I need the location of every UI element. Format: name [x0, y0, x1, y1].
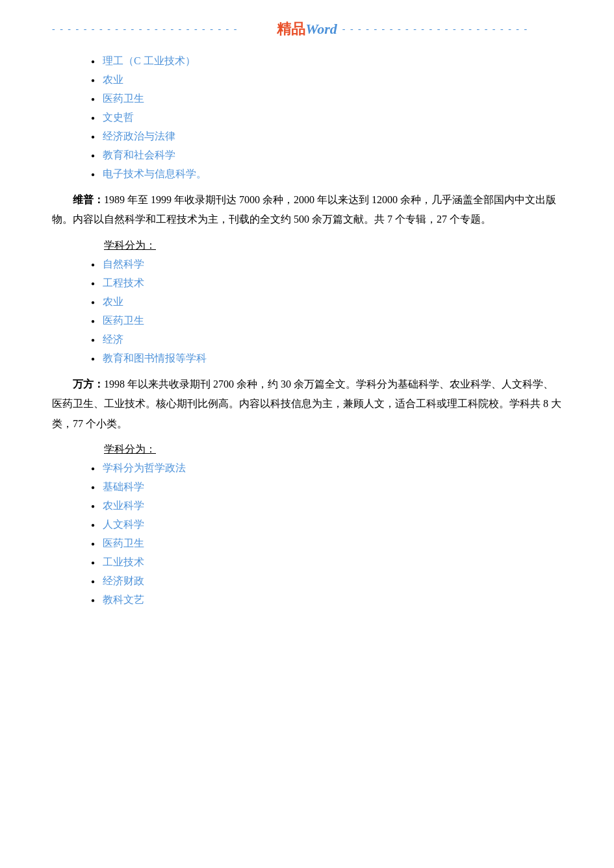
list-item: 农业	[91, 73, 562, 87]
list-item: 电子技术与信息科学。	[91, 167, 562, 181]
right-dashes: - - - - - - - - - - - - - - - - - - - - …	[342, 24, 562, 34]
list-item: 农业	[91, 295, 562, 309]
title-word: Word	[305, 21, 337, 37]
list-item: 基础科学	[91, 480, 562, 494]
list-item: 农业科学	[91, 499, 562, 513]
list-item: 教育和图书情报等学科	[91, 352, 562, 366]
header-title: 精品Word	[277, 19, 337, 39]
list-item: 工程技术	[91, 277, 562, 290]
wanfang-text: 1998 年以来共收录期刊 2700 余种，约 30 余万篇全文。学科分为基础科…	[52, 378, 561, 429]
list-item: 医药卫生	[91, 92, 562, 106]
header-banner: - - - - - - - - - - - - - - - - - - - - …	[52, 19, 562, 39]
list-item: 经济政治与法律	[91, 130, 562, 143]
list-item: 经济财政	[91, 575, 562, 588]
list-item: 学科分为哲学政法	[91, 462, 562, 475]
list-section-1: 理工（C 工业技术） 农业 医药卫生 文史哲 经济政治与法律 教育和社会科学 电…	[91, 55, 562, 181]
list-item: 医药卫生	[91, 314, 562, 328]
sub-label-2: 学科分为：	[104, 443, 562, 456]
list-item: 教科文艺	[91, 593, 562, 607]
list-item: 人文科学	[91, 518, 562, 532]
list-item: 文史哲	[91, 111, 562, 125]
list-item: 理工（C 工业技术）	[91, 55, 562, 68]
wanfang-label: 万方：	[73, 378, 104, 390]
weipu-text: 1989 年至 1999 年收录期刊达 7000 余种，2000 年以来达到 1…	[52, 194, 556, 225]
title-prefix: 精品	[277, 21, 305, 37]
list-item: 工业技术	[91, 556, 562, 569]
weipu-paragraph: 维普：1989 年至 1999 年收录期刊达 7000 余种，2000 年以来达…	[52, 190, 562, 230]
list-item: 教育和社会科学	[91, 149, 562, 162]
list-item: 医药卫生	[91, 537, 562, 551]
list-item: 经济	[91, 333, 562, 347]
list-item: 自然科学	[91, 258, 562, 271]
list-section-3: 学科分为哲学政法 基础科学 农业科学 人文科学 医药卫生 工业技术 经济财政 教…	[91, 462, 562, 607]
list-section-2: 自然科学 工程技术 农业 医药卫生 经济 教育和图书情报等学科	[91, 258, 562, 366]
wanfang-paragraph: 万方：1998 年以来共收录期刊 2700 余种，约 30 余万篇全文。学科分为…	[52, 375, 562, 434]
left-dashes: - - - - - - - - - - - - - - - - - - - - …	[52, 24, 272, 34]
weipu-label: 维普：	[73, 194, 104, 205]
sub-label-1: 学科分为：	[104, 239, 562, 253]
